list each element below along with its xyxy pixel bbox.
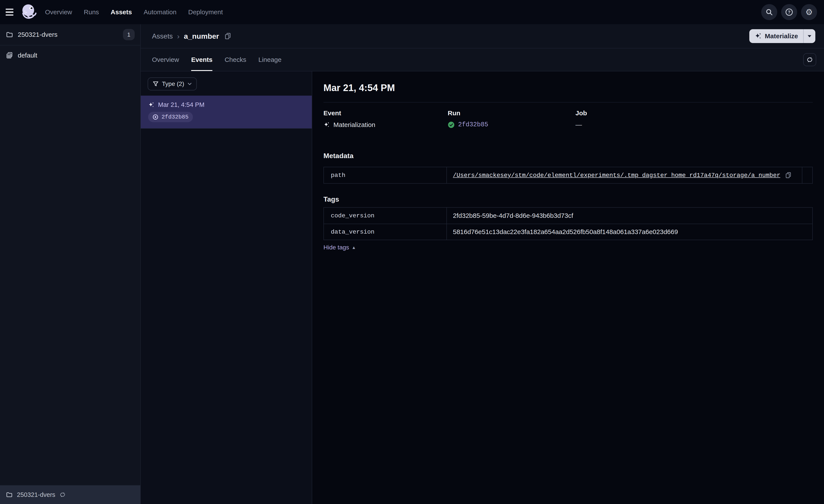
svg-text:?: ?	[788, 10, 791, 14]
tag-value: 2fd32b85-59be-4d7d-8d6e-943b6b3d73cf	[453, 212, 573, 219]
event-type-filter-button[interactable]: Type (2)	[148, 78, 197, 91]
breadcrumb-assets-link[interactable]: Assets	[152, 32, 173, 40]
tags-table: code_version 2fd32b85-59be-4d7d-8d6e-943…	[323, 207, 813, 240]
hide-tags-label: Hide tags	[323, 244, 349, 251]
nav-item-deployment[interactable]: Deployment	[188, 8, 223, 16]
event-summary-grid: Event Materialization Run 2fd32b85	[323, 109, 813, 128]
sidebar-item-group[interactable]: 250321-dvers 1	[0, 24, 140, 45]
sidebar-item-default[interactable]: default	[0, 45, 140, 65]
caret-up-icon: ▲	[351, 245, 356, 250]
top-nav-links: Overview Runs Assets Automation Deployme…	[45, 8, 223, 16]
metadata-table: path /Users/smackesey/stm/code/elementl/…	[323, 167, 813, 183]
caret-down-icon	[807, 35, 812, 38]
events-list-panel: Type (2) Mar 21, 4:54 PM 2fd32b85	[141, 72, 312, 504]
caret-down-icon	[188, 83, 192, 85]
event-list-item-selected[interactable]: Mar 21, 4:54 PM 2fd32b85	[141, 96, 312, 129]
top-nav: Overview Runs Assets Automation Deployme…	[0, 0, 824, 24]
search-icon	[765, 8, 773, 16]
reload-location-icon[interactable]	[60, 492, 66, 498]
sidebar-item-label: default	[18, 52, 135, 59]
run-id-link[interactable]: 2fd32b85	[458, 121, 488, 128]
tag-key: data_version	[324, 224, 447, 240]
refresh-icon	[807, 56, 813, 63]
nav-item-assets[interactable]: Assets	[111, 8, 132, 16]
funnel-icon	[153, 81, 159, 87]
refresh-button[interactable]	[803, 53, 816, 66]
settings-button[interactable]: ⚙	[801, 4, 817, 20]
materialize-split-button: Materialize	[749, 29, 815, 43]
tags-section: Tags code_version 2fd32b85-59be-4d7d-8d6…	[323, 195, 813, 251]
table-row: data_version 5816d76e51c13dac22e3fa182a6…	[324, 224, 812, 240]
run-column-header: Run	[448, 109, 576, 117]
menu-button[interactable]	[0, 0, 19, 24]
asset-tabs-bar: Overview Events Checks Lineage	[141, 48, 824, 72]
metadata-path-link[interactable]: /Users/smackesey/stm/code/elementl/exper…	[453, 172, 780, 179]
materialization-sparkle-icon	[323, 122, 330, 128]
code-location-footer[interactable]: 250321-dvers	[0, 485, 140, 504]
materialize-label: Materialize	[765, 32, 798, 40]
chevron-right-icon: ›	[177, 32, 180, 40]
job-column-header: Job	[576, 109, 813, 117]
search-button[interactable]	[761, 4, 777, 20]
asset-header: Assets › a_number Materialize	[141, 24, 824, 48]
copy-path-icon[interactable]	[785, 172, 792, 178]
nav-item-runs[interactable]: Runs	[84, 8, 99, 16]
sparkle-icon	[754, 32, 762, 40]
tab-overview[interactable]: Overview	[152, 48, 179, 71]
sidebar-group-count-badge: 1	[123, 29, 135, 40]
tags-heading: Tags	[323, 195, 813, 203]
code-location-label: 250321-dvers	[17, 491, 55, 498]
tab-checks[interactable]: Checks	[224, 48, 246, 71]
nav-item-automation[interactable]: Automation	[143, 8, 177, 16]
filter-label: Type (2)	[162, 81, 184, 87]
divider	[323, 102, 813, 103]
table-row: code_version 2fd32b85-59be-4d7d-8d6e-943…	[324, 208, 812, 224]
materialize-dropdown-button[interactable]	[804, 29, 815, 43]
hamburger-icon	[6, 9, 13, 16]
event-run-chip[interactable]: 2fd32b85	[148, 112, 193, 122]
materialization-sparkle-icon	[148, 102, 154, 108]
folder-icon	[6, 31, 13, 38]
metadata-section: Metadata path /Users/smackesey/stm/code/…	[323, 152, 813, 183]
hide-tags-link[interactable]: Hide tags ▲	[323, 244, 356, 251]
folder-icon	[6, 491, 13, 498]
asset-groups-sidebar: 250321-dvers 1 default 250321-dvers	[0, 24, 141, 504]
page-title: a_number	[184, 32, 219, 40]
run-success-icon	[448, 121, 455, 128]
top-nav-actions: ? ⚙	[761, 4, 817, 20]
event-timestamp: Mar 21, 4:54 PM	[158, 101, 204, 108]
job-value: —	[576, 121, 582, 128]
tab-events[interactable]: Events	[191, 48, 212, 71]
sidebar-group-label: 250321-dvers	[18, 31, 118, 38]
event-type-value: Materialization	[333, 121, 375, 128]
metadata-heading: Metadata	[323, 152, 813, 160]
nav-item-overview[interactable]: Overview	[45, 8, 72, 16]
tab-lineage[interactable]: Lineage	[258, 48, 282, 71]
event-detail-heading: Mar 21, 4:54 PM	[323, 82, 813, 94]
table-gutter	[802, 167, 812, 183]
event-detail-panel: Mar 21, 4:54 PM Event Materialization Ru…	[312, 72, 824, 504]
metadata-key: path	[324, 167, 447, 183]
event-run-id: 2fd32b85	[162, 114, 189, 120]
help-button[interactable]: ?	[781, 4, 797, 20]
help-icon: ?	[785, 8, 793, 16]
tag-key: code_version	[324, 208, 447, 224]
event-column-header: Event	[323, 109, 448, 117]
dagster-logo-icon[interactable]	[19, 0, 39, 24]
copy-asset-name-icon[interactable]	[224, 33, 231, 39]
dagster-app: Overview Runs Assets Automation Deployme…	[0, 0, 824, 504]
breadcrumb: Assets › a_number	[152, 32, 231, 40]
circle-dot-icon	[152, 114, 159, 120]
tag-value: 5816d76e51c13dac22e3fa182a654aa2d526fb50…	[453, 228, 678, 236]
asset-group-icon	[6, 52, 13, 59]
materialize-button[interactable]: Materialize	[749, 29, 803, 43]
table-row: path /Users/smackesey/stm/code/elementl/…	[324, 167, 812, 183]
gear-icon: ⚙	[805, 8, 813, 16]
